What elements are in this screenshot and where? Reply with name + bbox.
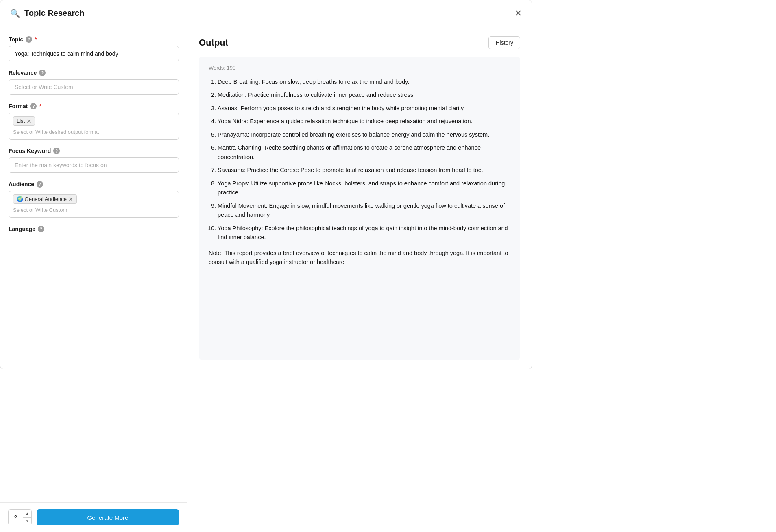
- format-required: *: [39, 103, 41, 109]
- topic-input[interactable]: [9, 46, 179, 61]
- list-item: Mantra Chanting: Recite soothing chants …: [218, 143, 510, 161]
- list-item: Deep Breathing: Focus on slow, deep brea…: [218, 77, 510, 86]
- format-help-icon[interactable]: ?: [30, 103, 37, 109]
- topic-help-icon[interactable]: ?: [26, 36, 32, 43]
- output-note: Note: This report provides a brief overv…: [209, 249, 510, 267]
- topic-field-group: Topic ? *: [9, 36, 179, 61]
- format-placeholder: Select or Write desired output format: [13, 128, 174, 136]
- focus-keyword-input[interactable]: [9, 157, 179, 173]
- audience-field-group: Audience ? 🌍 General Audience ✕ Select o…: [9, 181, 179, 218]
- left-panel: Topic ? * Relevance ? Format ? *: [0, 26, 187, 369]
- audience-label: Audience ?: [9, 181, 179, 188]
- words-count: Words: 190: [209, 65, 510, 71]
- relevance-field-group: Relevance ?: [9, 70, 179, 95]
- topic-required: *: [35, 36, 37, 43]
- list-item: Asanas: Perform yoga poses to stretch an…: [218, 104, 510, 113]
- format-field-group: Format ? * List ✕ Select or Write desire…: [9, 103, 179, 140]
- topic-label: Topic ? *: [9, 36, 179, 43]
- list-item: Pranayama: Incorporate controlled breath…: [218, 130, 510, 139]
- focus-keyword-help-icon[interactable]: ?: [53, 148, 60, 154]
- relevance-help-icon[interactable]: ?: [39, 70, 46, 76]
- list-item: Yoga Philosophy: Explore the philosophic…: [218, 224, 510, 242]
- output-title: Output: [199, 37, 228, 48]
- app-title: Topic Research: [24, 9, 84, 18]
- list-item: Yoga Nidra: Experience a guided relaxati…: [218, 117, 510, 126]
- list-item: Yoga Props: Utilize supportive props lik…: [218, 179, 510, 197]
- audience-tags-row: 🌍 General Audience ✕: [13, 194, 174, 204]
- history-button[interactable]: History: [488, 36, 520, 49]
- audience-tag-remove-button[interactable]: ✕: [68, 196, 73, 202]
- relevance-input[interactable]: [9, 79, 179, 95]
- focus-keyword-field-group: Focus Keyword ?: [9, 148, 179, 173]
- close-button[interactable]: ✕: [514, 9, 522, 18]
- relevance-label: Relevance ?: [9, 70, 179, 76]
- app-header: 🔍 Topic Research ✕: [0, 0, 532, 26]
- right-panel: Output History Words: 190 Deep Breathing…: [187, 26, 532, 369]
- language-label: Language ?: [9, 226, 179, 232]
- audience-help-icon[interactable]: ?: [37, 181, 43, 188]
- format-tag-remove-button[interactable]: ✕: [26, 118, 31, 124]
- output-header: Output History: [199, 36, 520, 49]
- output-list: Deep Breathing: Focus on slow, deep brea…: [209, 77, 510, 242]
- focus-keyword-label: Focus Keyword ?: [9, 148, 179, 154]
- header-left: 🔍 Topic Research: [10, 9, 84, 18]
- output-box: Words: 190 Deep Breathing: Focus on slow…: [199, 57, 520, 360]
- list-item: Mindful Movement: Engage in slow, mindfu…: [218, 201, 510, 220]
- format-label: Format ? *: [9, 103, 179, 109]
- list-item: Meditation: Practice mindfulness to cult…: [218, 90, 510, 99]
- topic-research-icon: 🔍: [10, 9, 20, 18]
- list-item: Savasana: Practice the Corpse Pose to pr…: [218, 166, 510, 174]
- language-help-icon[interactable]: ?: [38, 226, 44, 232]
- audience-tag-general: 🌍 General Audience ✕: [13, 194, 77, 204]
- audience-tag-input[interactable]: 🌍 General Audience ✕ Select or Write Cus…: [9, 191, 179, 218]
- audience-placeholder: Select or Write Custom: [13, 206, 174, 214]
- format-tags-row: List ✕: [13, 116, 174, 126]
- language-field-group: Language ?: [9, 226, 179, 232]
- format-tag-list: List ✕: [13, 116, 35, 126]
- format-tag-input[interactable]: List ✕ Select or Write desired output fo…: [9, 113, 179, 140]
- main-layout: Topic ? * Relevance ? Format ? *: [0, 26, 532, 369]
